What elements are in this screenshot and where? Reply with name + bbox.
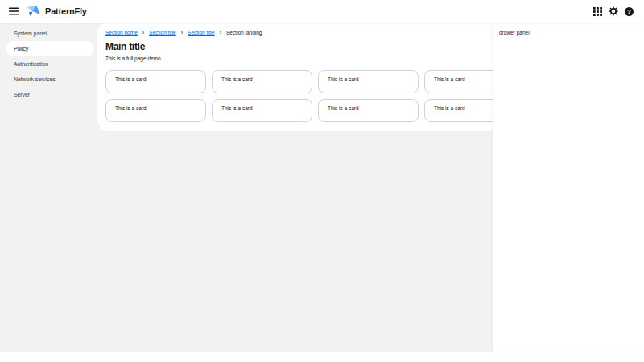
sidebar: System panel Policy Authentication Netwo… [0,23,97,352]
breadcrumb-separator-icon: › [181,30,183,35]
card: This is a card [318,99,419,122]
gear-icon [609,6,618,16]
breadcrumb-separator-icon: › [220,30,221,35]
patternfly-logo-icon [27,6,41,18]
brand-name: PatternFly [45,6,87,16]
apps-grid-button[interactable] [593,7,602,16]
card: This is a card [212,70,312,93]
sidebar-item-system-panel[interactable]: System panel [0,26,97,41]
card: This is a card [212,99,312,122]
apps-grid-icon [593,7,602,16]
sidebar-item-server[interactable]: Server [0,87,97,102]
sidebar-item-policy[interactable]: Policy [6,41,93,56]
breadcrumb-link-section-title-1[interactable]: Section title [149,30,176,35]
breadcrumb-link-section-title-2[interactable]: Section title [188,30,215,35]
settings-button[interactable] [609,6,618,16]
nav-toggle-button[interactable] [9,7,19,15]
brand[interactable]: PatternFly [27,6,87,18]
card: This is a card [318,70,419,93]
card: This is a card [105,99,206,122]
page-body: System panel Policy Authentication Netwo… [0,23,644,352]
sidebar-item-authentication[interactable]: Authentication [0,56,97,72]
masthead: PatternFly [0,0,644,23]
breadcrumb-separator-icon: › [142,30,144,35]
card: This is a card [105,70,206,93]
breadcrumb-current: Section landing [226,30,262,35]
help-button[interactable]: ? [625,7,634,16]
drawer-panel: drawer panel [493,23,644,352]
sidebar-item-network-services[interactable]: Network services [0,72,97,87]
masthead-toolbar: ? [593,6,634,16]
question-circle-icon: ? [625,7,634,16]
breadcrumb-link-section-home[interactable]: Section home [105,30,138,35]
drawer-panel-label: drawer panel [499,30,530,35]
hamburger-menu-icon [9,7,19,15]
